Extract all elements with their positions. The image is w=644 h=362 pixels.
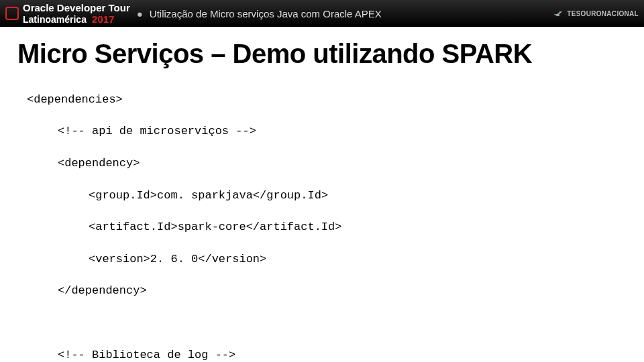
tour-year: 2017: [92, 13, 114, 25]
code-line: <version>2. 6. 0</version>: [89, 251, 644, 267]
code-line: <!-- Biblioteca de log -->: [58, 347, 644, 362]
code-line: <artifact.Id>spark-core</artifact.Id>: [89, 219, 644, 235]
slide-title: Micro Serviços – Demo utilizando SPARK: [17, 39, 644, 69]
header-subtitle: Utilização de Micro serviços Java com Or…: [150, 8, 382, 19]
header-bar: Oracle Developer Tour Latinoamérica 2017…: [0, 0, 644, 27]
code-line: <group.Id>com. sparkjava</group.Id>: [89, 188, 644, 204]
bird-icon: [552, 7, 564, 19]
bullet-separator: ●: [137, 8, 143, 19]
brand-text: TESOURONACIONAL: [567, 10, 639, 17]
code-line: <!-- api de microserviços -->: [58, 123, 644, 139]
brand-logo: TESOURONACIONAL: [552, 7, 639, 19]
tour-line1: Oracle Developer Tour: [23, 2, 130, 13]
oracle-logo-placeholder: [5, 7, 19, 20]
code-block: <dependencies> <!-- api de microserviços…: [27, 76, 644, 362]
code-line: </dependency>: [58, 283, 644, 299]
code-line: <dependency>: [58, 156, 644, 172]
blank-line: [27, 315, 644, 331]
code-line: <dependencies>: [27, 92, 644, 108]
tour-line2: Latinoamérica: [23, 14, 87, 25]
tour-text: Oracle Developer Tour Latinoamérica 2017: [23, 2, 130, 25]
